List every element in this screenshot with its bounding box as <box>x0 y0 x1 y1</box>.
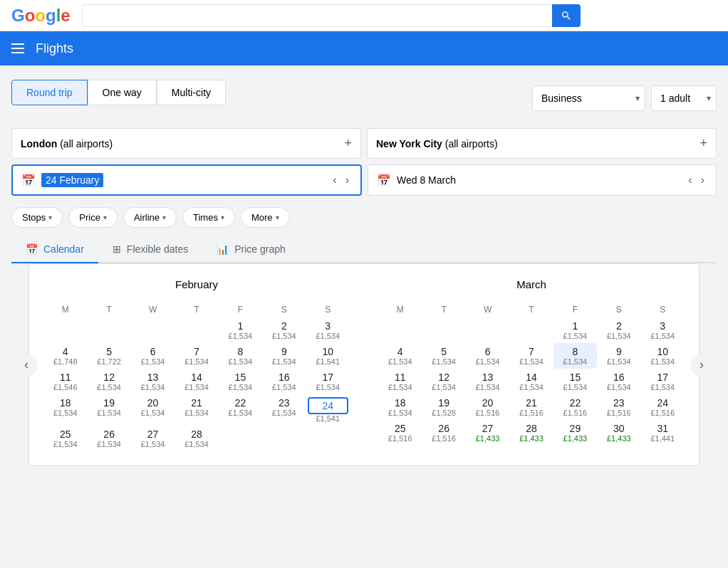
day-number[interactable]: 26 <box>423 423 464 434</box>
day-number[interactable]: 14 <box>176 372 217 383</box>
day-cell[interactable]: 26£1,534 <box>87 426 130 451</box>
day-number[interactable]: 27 <box>132 428 173 440</box>
day-cell[interactable]: 12£1,534 <box>422 369 465 394</box>
day-number[interactable]: 12 <box>423 372 464 383</box>
day-number[interactable]: 13 <box>467 372 508 383</box>
day-cell[interactable]: 6£1,534 <box>131 343 175 369</box>
day-number[interactable]: 21 <box>176 397 217 409</box>
day-number[interactable]: 7 <box>511 346 551 357</box>
day-cell[interactable]: 9£1,534 <box>597 343 640 369</box>
day-cell[interactable]: 1£1,534 <box>553 317 597 343</box>
day-cell[interactable]: 15£1,534 <box>553 369 597 394</box>
day-cell[interactable]: 14£1,534 <box>509 369 553 394</box>
day-cell[interactable]: 25£1,516 <box>378 420 422 446</box>
day-number[interactable]: 4 <box>45 346 85 357</box>
depart-next-btn[interactable]: › <box>343 174 352 186</box>
day-cell[interactable]: 18£1,534 <box>378 394 422 420</box>
day-cell[interactable]: 7£1,534 <box>509 343 553 369</box>
hamburger-menu[interactable] <box>11 43 24 53</box>
day-number[interactable]: 11 <box>45 372 85 383</box>
day-number[interactable]: 5 <box>88 346 129 357</box>
day-number[interactable]: 2 <box>264 320 304 332</box>
day-number[interactable]: 29 <box>555 423 596 434</box>
day-cell[interactable]: 24£1,516 <box>641 394 685 420</box>
day-cell[interactable]: 27£1,433 <box>466 420 509 446</box>
day-number[interactable]: 11 <box>380 372 420 383</box>
day-number[interactable]: 19 <box>423 397 464 409</box>
day-cell[interactable]: 6£1,534 <box>466 343 509 369</box>
tab-price-graph[interactable]: 📊 Price graph <box>202 236 300 263</box>
day-number[interactable]: 6 <box>132 346 173 357</box>
round-trip-button[interactable]: Round trip <box>11 80 88 105</box>
day-cell[interactable]: 13£1,534 <box>466 369 509 394</box>
day-cell[interactable]: 13£1,534 <box>131 369 175 394</box>
return-date-field[interactable]: 📅 Wed 8 March ‹ › <box>368 164 717 196</box>
day-number[interactable]: 31 <box>643 423 683 434</box>
return-prev-btn[interactable]: ‹ <box>685 174 695 186</box>
times-filter[interactable]: Times ▾ <box>182 207 235 228</box>
stops-filter[interactable]: Stops ▾ <box>11 207 63 228</box>
day-number[interactable]: 20 <box>467 397 508 409</box>
day-number[interactable]: 10 <box>308 346 348 357</box>
day-cell[interactable]: 23£1,534 <box>262 394 306 426</box>
search-input[interactable] <box>82 4 552 27</box>
day-number[interactable]: 15 <box>555 372 596 383</box>
more-filter[interactable]: More ▾ <box>241 207 290 228</box>
day-cell[interactable]: 4£1,534 <box>378 343 422 369</box>
day-number[interactable]: 17 <box>643 372 683 383</box>
day-number[interactable]: 20 <box>132 397 173 409</box>
day-cell[interactable]: 4£1,748 <box>43 343 87 369</box>
day-cell[interactable]: 1£1,534 <box>219 317 262 343</box>
day-cell[interactable]: 2£1,534 <box>262 317 306 343</box>
day-number[interactable]: 13 <box>132 372 173 383</box>
origin-plus-icon[interactable]: + <box>344 136 352 151</box>
day-cell[interactable]: 25£1,534 <box>43 426 87 451</box>
day-cell[interactable]: 17£1,534 <box>641 369 685 394</box>
day-number[interactable]: 25 <box>45 428 85 440</box>
day-cell[interactable]: 15£1,534 <box>219 369 262 394</box>
day-number[interactable]: 24 <box>643 397 683 409</box>
class-select[interactable]: Business Economy First Premium economy <box>532 85 645 111</box>
day-cell[interactable]: 2£1,534 <box>597 317 640 343</box>
day-number[interactable]: 5 <box>423 346 464 357</box>
day-number[interactable]: 1 <box>220 320 261 332</box>
day-number[interactable]: 23 <box>598 397 639 409</box>
day-cell[interactable]: 14£1,534 <box>175 369 218 394</box>
calendar-prev-button[interactable]: ‹ <box>15 354 38 377</box>
day-cell[interactable]: 23£1,516 <box>597 394 640 420</box>
day-number[interactable]: 6 <box>467 346 508 357</box>
day-cell[interactable]: 28£1,534 <box>175 426 218 451</box>
day-cell[interactable]: 22£1,516 <box>553 394 597 420</box>
tab-calendar[interactable]: 📅 Calendar <box>11 236 98 263</box>
day-number[interactable]: 3 <box>643 320 683 332</box>
one-way-button[interactable]: One way <box>88 80 157 105</box>
day-cell[interactable]: 10£1,534 <box>641 343 685 369</box>
day-number[interactable]: 10 <box>643 346 683 357</box>
day-number[interactable]: 1 <box>555 320 596 332</box>
depart-prev-btn[interactable]: ‹ <box>330 174 339 186</box>
day-cell[interactable]: 30£1,433 <box>597 420 640 446</box>
day-cell[interactable]: 18£1,534 <box>43 394 87 426</box>
day-number[interactable]: 28 <box>176 428 217 440</box>
day-cell[interactable]: 9£1,534 <box>262 343 306 369</box>
day-number[interactable]: 15 <box>220 372 261 383</box>
day-number[interactable]: 16 <box>598 372 639 383</box>
depart-date-field[interactable]: 📅 24 February ‹ › <box>11 164 362 196</box>
day-cell[interactable]: 20£1,516 <box>466 394 509 420</box>
multi-city-button[interactable]: Multi-city <box>157 80 226 105</box>
day-cell[interactable]: 19£1,528 <box>422 394 465 420</box>
day-cell[interactable]: 11£1,534 <box>378 369 422 394</box>
day-cell[interactable]: 31£1,441 <box>641 420 685 446</box>
day-number[interactable]: 9 <box>264 346 304 357</box>
calendar-next-button[interactable]: › <box>690 354 713 377</box>
day-number[interactable]: 18 <box>380 397 420 409</box>
price-filter[interactable]: Price ▾ <box>68 207 118 228</box>
airline-filter[interactable]: Airline ▾ <box>123 207 177 228</box>
day-number[interactable]: 18 <box>45 397 85 409</box>
day-number[interactable]: 30 <box>598 423 639 434</box>
day-cell[interactable]: 5£1,534 <box>422 343 465 369</box>
day-cell[interactable]: 17£1,534 <box>306 369 350 394</box>
day-cell[interactable]: 19£1,534 <box>87 394 130 426</box>
day-number[interactable]: 26 <box>88 428 129 440</box>
search-button[interactable] <box>552 4 581 27</box>
